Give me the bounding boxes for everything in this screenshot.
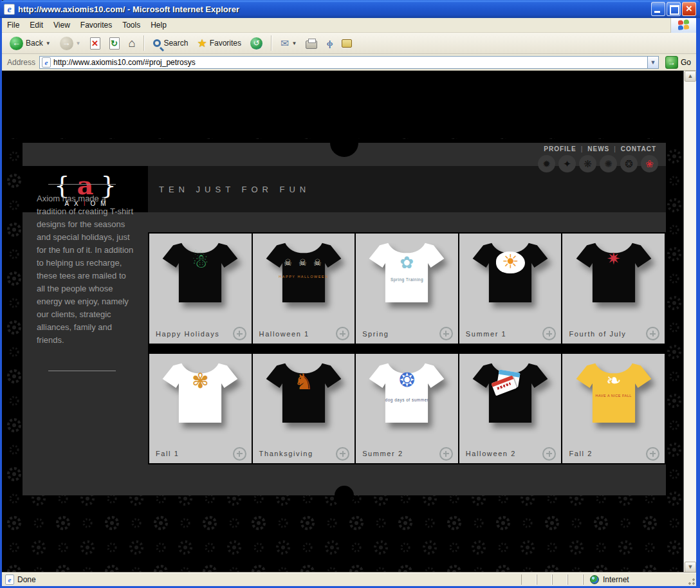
forward-icon: → [60,37,73,50]
menu-bar: File Edit View Favorites Tools Help [2,18,696,33]
shirt-label: Fall 1 [156,450,180,457]
shirt-label: Fourth of July [569,330,626,338]
history-icon: ↺ [250,37,262,50]
favorites-star-icon: ★ [197,37,207,50]
menu-favorites[interactable]: Favorites [75,19,117,32]
tshirt-image[interactable]: ❧ HAVE A NICE FALL [562,354,665,445]
tee-shape [163,363,238,422]
plus-icon[interactable] [439,447,453,461]
zone-label: Internet [603,575,629,584]
status-pane [567,574,583,585]
tee-shape [163,243,238,302]
tshirt-image[interactable]: ✷ [562,234,665,324]
address-input[interactable]: e http://www.axiomis10.com/#proj_petrosy… [39,56,659,69]
shirt-label: Summer 1 [466,330,507,338]
tshirt-image[interactable] [459,354,562,445]
forward-dropdown-icon: ▼ [76,41,81,46]
address-bar: Address e http://www.axiomis10.com/#proj… [2,54,696,71]
mail-dropdown-icon[interactable]: ▼ [291,41,297,46]
standard-toolbar: ← Back ▼ → ▼ ✕ ↻ ⌂ Search ★ Favorites ↺ … [2,33,696,54]
ornament-icon-active[interactable]: ❀ [641,155,658,172]
back-button[interactable]: ← Back ▼ [7,35,53,51]
menu-edit[interactable]: Edit [24,19,48,32]
shirt-label: Spring [362,330,389,338]
tee-shape [369,363,445,422]
search-icon [153,39,161,47]
stop-button[interactable]: ✕ [88,36,103,51]
tshirt-image[interactable]: ☠ ☠ ☠ HAPPY HALLOWEEN [253,234,355,324]
menu-tools[interactable]: Tools [117,19,145,32]
stop-icon: ✕ [90,37,100,50]
shirt-card-fall-1: ✾ Fall 1 [149,354,252,464]
tshirt-image[interactable]: ☀ [459,234,562,324]
scroll-up-icon[interactable]: ▲ [685,71,696,82]
vertical-scrollbar[interactable]: ▲ ▼ [683,71,696,573]
menu-file[interactable]: File [2,19,24,32]
back-dropdown-icon[interactable]: ▼ [46,41,51,46]
go-button[interactable]: → Go [663,56,694,69]
plus-icon[interactable] [233,447,246,461]
plus-icon[interactable] [646,447,659,461]
refresh-button[interactable]: ↻ [107,36,122,51]
plus-icon[interactable] [336,327,349,340]
discuss-button[interactable] [339,38,355,49]
plus-icon[interactable] [646,327,659,340]
site-nav: PROFILE | NEWS | CONTACT [544,145,656,152]
plus-icon[interactable] [336,447,349,461]
scroll-down-icon[interactable]: ▼ [685,562,696,573]
minimize-button[interactable] [651,2,665,16]
menu-view[interactable]: View [48,19,75,32]
ornament-icon-1[interactable]: ✹ [538,155,555,172]
browser-window: e http://www.axiomis10.com/ - Microsoft … [0,0,700,588]
shirt-card-happy-holidays: ☃ Happy Holidays [149,234,252,344]
ie-window-icon: e [4,4,15,15]
favorites-button[interactable]: ★ Favorites [194,35,244,51]
shirt-label: Happy Holidays [156,330,219,338]
nav-news-link[interactable]: NEWS [587,145,609,152]
print-icon [306,41,317,49]
page-viewport: PROFILE | NEWS | CONTACT ✹ ✦ ❋ ✺ ❂ ❀ [2,71,683,573]
search-button[interactable]: Search [151,37,190,49]
mail-button[interactable]: ✉ ▼ [278,36,299,51]
ornament-icon-row: ✹ ✦ ❋ ✺ ❂ ❀ [538,155,658,172]
history-button[interactable]: ↺ [248,36,265,51]
toolbar-separator [271,35,272,51]
ornament-icon-5[interactable]: ❂ [620,155,638,172]
tshirt-image[interactable]: ✿ Spring Training [356,234,458,324]
tshirt-image[interactable]: ❂ dog days of summer [356,354,458,445]
intro-paragraph: Axiom has made a tradition of creating T… [37,192,134,347]
resize-grip[interactable] [686,574,696,586]
plus-icon[interactable] [439,327,453,340]
forward-button[interactable]: → ▼ [57,35,84,51]
ornament-icon-3[interactable]: ❋ [579,155,596,172]
plus-icon[interactable] [542,447,556,461]
status-pane [537,574,552,585]
edit-button[interactable]: ‹|› [324,37,335,50]
tshirt-image[interactable]: ☃ [149,234,252,324]
print-button[interactable] [303,37,320,50]
ornament-icon-2[interactable]: ✦ [558,155,576,172]
maximize-button[interactable] [667,2,681,16]
windows-logo-icon [670,18,696,33]
plus-icon[interactable] [233,327,246,340]
tee-shape [266,363,342,422]
address-url[interactable]: http://www.axiomis10.com/#proj_petrosys [53,58,647,67]
address-dropdown-icon[interactable]: ▼ [647,57,658,68]
shirt-card-fourth-of-july: ✷ Fourth of July [562,234,665,344]
nav-profile-link[interactable]: PROFILE [544,145,576,152]
intro-divider-top [48,184,116,185]
title-bar[interactable]: e http://www.axiomis10.com/ - Microsoft … [0,0,700,18]
toolbar-separator [143,35,145,51]
tshirt-image[interactable]: ✾ [149,354,252,445]
tee-shape [266,243,342,302]
tshirt-image[interactable]: ♞ [253,354,355,445]
shirt-card-halloween-1: ☠ ☠ ☠ HAPPY HALLOWEEN Halloween 1 [253,234,355,344]
status-bar: e Done Internet [2,573,696,586]
ornament-icon-4[interactable]: ✺ [600,155,617,172]
menu-help[interactable]: Help [145,19,172,32]
close-button[interactable]: ✕ [682,2,696,16]
plus-icon[interactable] [542,327,556,340]
nav-contact-link[interactable]: CONTACT [621,145,656,152]
home-button[interactable]: ⌂ [126,35,138,51]
tee-shape [473,243,548,302]
